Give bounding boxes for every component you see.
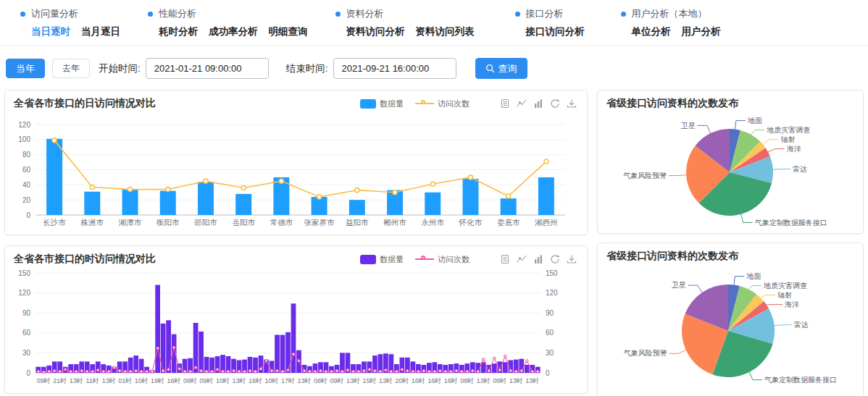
line-point[interactable] [279,179,283,183]
line-point[interactable] [461,370,463,372]
line-point[interactable] [265,360,267,362]
line-chart-icon[interactable] [517,98,527,109]
bar[interactable] [198,182,214,215]
line-point[interactable] [189,370,191,372]
line-point[interactable] [238,370,240,372]
line-point[interactable] [335,370,338,372]
line-point[interactable] [129,370,131,372]
line-point[interactable] [172,346,175,348]
line-point[interactable] [205,370,207,372]
line-point[interactable] [466,370,468,372]
data-view-icon[interactable] [500,98,510,109]
pie-bottom-canvas[interactable]: 地面地质灾害调查辐射海洋雷达气象定制数据服务接口气象风险预警卫星 [598,263,861,396]
line-point[interactable] [355,188,359,193]
bar[interactable] [155,285,160,373]
line-point[interactable] [509,370,512,372]
line-point[interactable] [52,138,57,143]
line-point[interactable] [488,370,490,372]
bar[interactable] [425,193,441,215]
line-point[interactable] [249,370,251,372]
line-point[interactable] [178,368,180,370]
bar[interactable] [193,323,199,373]
line-point[interactable] [135,370,137,372]
line-point[interactable] [309,370,311,372]
bar[interactable] [280,335,285,373]
restore-icon[interactable] [550,254,560,264]
bar[interactable] [340,353,345,373]
bar[interactable] [285,332,291,373]
line-point[interactable] [113,366,115,368]
bar-chart-icon[interactable] [533,254,543,264]
line-point[interactable] [254,370,256,372]
line-point[interactable] [433,370,435,372]
legend-item-line[interactable]: 访问次数 [415,98,470,109]
line-point[interactable] [298,360,300,362]
line-point[interactable] [216,368,218,371]
this-year-button[interactable]: 当年 [6,59,45,78]
line-point[interactable] [450,370,452,372]
line-point[interactable] [287,369,289,371]
line-point[interactable] [167,368,170,371]
line-point[interactable] [498,369,501,371]
data-view-icon[interactable] [500,254,510,264]
bar[interactable] [538,177,554,215]
bar[interactable] [291,303,296,373]
line-point[interactable] [43,371,45,373]
query-button[interactable]: 查询 [475,58,527,79]
line-point[interactable] [96,369,99,371]
line-point[interactable] [54,370,56,372]
bar[interactable] [166,320,171,373]
legend-item-bar[interactable]: 数据量 [360,254,404,265]
bar[interactable] [122,190,138,215]
line-point[interactable] [270,370,272,372]
pie-top-canvas[interactable]: 地面地质灾害调查辐射海洋雷达气象定制数据服务接口气象风险预警卫星 [598,110,861,230]
line-point[interactable] [401,368,403,371]
bar[interactable] [160,191,176,215]
legend-item-line[interactable]: 访问次数 [415,254,470,265]
line-point[interactable] [330,370,333,372]
line-point[interactable] [70,370,72,372]
end-time-input[interactable] [333,58,456,79]
line-point[interactable] [107,370,109,372]
line-point[interactable] [439,370,441,372]
line-point[interactable] [80,370,83,372]
line-point[interactable] [385,369,387,371]
line-point[interactable] [396,370,398,372]
line-point[interactable] [468,175,472,180]
bar[interactable] [199,332,204,373]
line-point[interactable] [341,370,343,372]
nav-item[interactable]: 成功率分析 [209,25,258,38]
bar[interactable] [84,192,100,215]
line-point[interactable] [227,370,229,372]
line-point[interactable] [526,360,528,362]
line-point[interactable] [102,370,104,372]
bar[interactable] [235,194,251,215]
line-point[interactable] [444,370,446,372]
line-point[interactable] [346,369,349,371]
daily-chart-canvas[interactable]: 020406080100120长沙市株洲市湘潭市衡阳市邵阳市岳阳市常德市张家界市… [5,110,578,232]
line-point[interactable] [472,370,474,372]
nav-item[interactable]: 接口访问分析 [526,25,585,38]
line-point[interactable] [204,179,208,183]
line-point[interactable] [493,357,496,359]
line-point[interactable] [417,370,420,372]
line-point[interactable] [379,370,381,372]
nav-item[interactable]: 单位分析 [632,25,671,38]
restore-icon[interactable] [550,98,560,109]
line-point[interactable] [140,370,142,372]
nav-item[interactable]: 资料访问列表 [416,25,475,38]
line-point[interactable] [537,370,539,372]
nav-item[interactable]: 耗时分析 [159,25,198,38]
bar[interactable] [492,363,497,373]
line-point[interactable] [531,370,533,372]
line-point[interactable] [241,186,246,190]
bar[interactable] [349,200,365,215]
line-point[interactable] [390,370,392,372]
bar[interactable] [46,139,62,215]
line-point[interactable] [166,188,170,192]
line-point[interactable] [320,370,322,372]
line-point[interactable] [544,159,548,164]
line-point[interactable] [357,370,359,372]
line-point[interactable] [162,370,164,372]
line-point[interactable] [281,370,283,372]
